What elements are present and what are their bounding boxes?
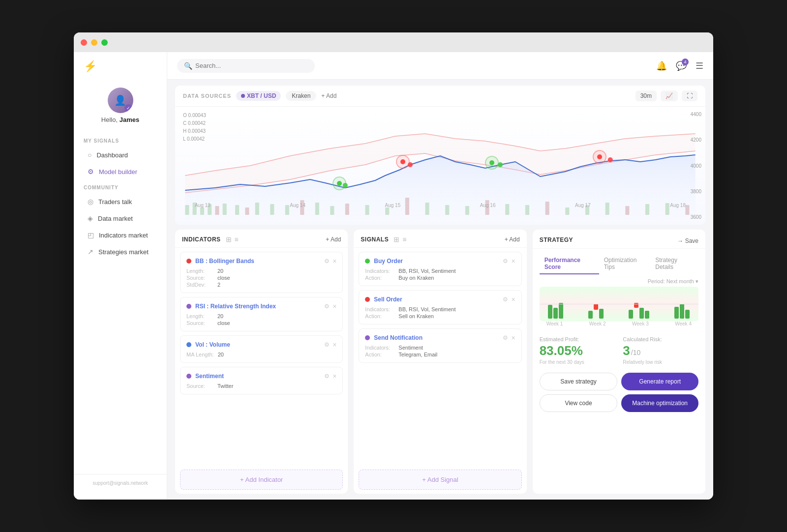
notif-settings-icon[interactable]: ⚙: [503, 334, 508, 341]
sentiment-dot: [186, 374, 191, 379]
save-strategy-button[interactable]: Save strategy: [540, 373, 618, 390]
chart-date-labels: Aug 13 Aug 14 Aug 15 Aug 16 Aug 17 Aug 1…: [195, 203, 686, 208]
indicators-panel-body: BB : Bollinger Bands ⚙ × Length: 20: [175, 248, 348, 466]
tab-optimization[interactable]: Optimization Tips: [599, 254, 651, 274]
chart-price-levels: 4400 4200 4000 3800 3600: [691, 107, 701, 225]
sell-settings-icon[interactable]: ⚙: [503, 296, 508, 303]
sidebar-item-strategies-market[interactable]: ↗ Strategies market: [78, 244, 163, 260]
signals-list-view[interactable]: ≡: [402, 236, 406, 243]
view-code-button[interactable]: View code: [540, 394, 618, 412]
strategies-market-icon: ↗: [88, 248, 93, 256]
bb-close-icon[interactable]: ×: [333, 257, 336, 265]
chart-fullscreen-button[interactable]: ⛶: [682, 90, 697, 101]
period-selector[interactable]: Period: Next month ▾: [540, 278, 698, 285]
performance-chart-area: Period: Next month ▾: [533, 274, 705, 332]
search-icon: 🔍: [184, 62, 192, 70]
signals-panel: SIGNALS ⊞ ≡ + Add Buy Order: [354, 230, 526, 494]
vol-settings-icon[interactable]: ⚙: [324, 341, 330, 348]
indicator-card-bb: BB : Bollinger Bands ⚙ × Length: 20: [180, 252, 343, 293]
vol-dot: [186, 342, 191, 347]
titlebar: [74, 32, 713, 52]
sidebar-item-label: Traders talk: [98, 198, 132, 206]
sidebar: ⚡ 👤 ✓ Hello, James MY SIGNALS ○ Dashboar…: [74, 52, 167, 500]
signal-dot-red-1: [396, 155, 410, 169]
machine-optimization-button[interactable]: Machine optimization: [621, 394, 698, 412]
sidebar-item-data-market[interactable]: ◈ Data market: [78, 210, 163, 226]
buy-name: Buy Order: [374, 258, 503, 265]
rsi-settings-icon[interactable]: ⚙: [324, 303, 330, 310]
sidebar-item-label: Data market: [98, 215, 133, 222]
close-button[interactable]: [81, 39, 87, 46]
symbol-dot: [241, 94, 245, 98]
indicators-grid-view[interactable]: ⊞: [226, 236, 232, 243]
rsi-close-icon[interactable]: ×: [333, 302, 336, 310]
bb-settings-icon[interactable]: ⚙: [324, 258, 330, 265]
sidebar-item-label: Indicators market: [99, 232, 148, 239]
symbol-label: XBT / USD: [247, 92, 276, 99]
strategy-panel-title: STRATEGY: [540, 236, 573, 243]
vol-close-icon[interactable]: ×: [333, 341, 336, 349]
indicators-add-button[interactable]: + Add: [326, 236, 341, 243]
signal-dot-red-2: [593, 150, 606, 164]
tab-performance[interactable]: Performance Score: [540, 254, 599, 274]
signals-add-button[interactable]: + Add: [505, 236, 520, 243]
signals-panel-header: SIGNALS ⊞ ≡ + Add: [354, 230, 526, 248]
rsi-name: RSI : Relative Strength Index: [195, 303, 324, 310]
sidebar-item-traders-talk[interactable]: ◎ Traders talk: [78, 194, 163, 209]
strategy-panel-header: STRATEGY → Save: [533, 230, 705, 249]
sell-close-icon[interactable]: ×: [511, 296, 515, 303]
sidebar-item-dashboard[interactable]: ○ Dashboard: [78, 147, 163, 163]
maximize-button[interactable]: [101, 39, 108, 46]
chat-button[interactable]: 💬 4: [676, 60, 687, 71]
exchange-badge[interactable]: Kraken: [286, 91, 316, 101]
timeframe-selector[interactable]: 30m: [636, 90, 657, 101]
performance-metrics: Estimated Profit: 83.05% For the next 30…: [533, 332, 705, 369]
indicators-list-view[interactable]: ≡: [235, 236, 239, 243]
sidebar-logo: ⚡: [74, 60, 167, 83]
strategy-actions: Save strategy Generate report View code …: [533, 369, 705, 416]
chart-type-selector[interactable]: 📈: [661, 90, 678, 101]
notif-name: Send Notification: [374, 334, 503, 341]
perf-bar: [553, 308, 558, 319]
calculated-risk-metric: Calculated Risk: 3 /10 Relatively low ri…: [623, 336, 698, 365]
search-input[interactable]: [195, 62, 308, 69]
notification-button[interactable]: 🔔: [656, 60, 667, 71]
sidebar-item-label: Model builder: [99, 168, 137, 176]
indicator-card-rsi: RSI : Relative Strength Index ⚙ × Length…: [180, 297, 343, 331]
buy-settings-icon[interactable]: ⚙: [503, 258, 508, 265]
sidebar-item-model-builder[interactable]: ⚙ Model builder: [78, 164, 163, 179]
generate-report-button[interactable]: Generate report: [621, 373, 698, 390]
indicators-market-icon: ◰: [88, 231, 94, 239]
vol-name: Vol : Volume: [195, 341, 324, 348]
notif-close-icon[interactable]: ×: [511, 334, 515, 342]
signal-card-sell: Sell Order ⚙ × Indicators: BB, RSI, Vol,…: [359, 290, 521, 325]
signal-dot-green-1: [333, 177, 346, 190]
my-signals-label: MY SIGNALS: [74, 133, 167, 147]
menu-button[interactable]: ☰: [696, 60, 703, 71]
symbol-badge[interactable]: XBT / USD: [236, 91, 281, 101]
minimize-button[interactable]: [91, 39, 97, 46]
save-strategy-link[interactable]: → Save: [677, 236, 698, 244]
avatar-check-icon: ✓: [124, 104, 132, 112]
add-indicator-button[interactable]: + Add Indicator: [180, 470, 343, 490]
buy-close-icon[interactable]: ×: [511, 257, 515, 265]
sentiment-settings-icon[interactable]: ⚙: [324, 373, 330, 380]
add-signal-button[interactable]: + Add Signal: [359, 470, 521, 490]
sell-dot: [365, 297, 370, 302]
signals-panel-title: SIGNALS: [361, 236, 389, 243]
signals-grid-view[interactable]: ⊞: [394, 236, 399, 243]
perf-bar: [548, 305, 552, 319]
search-bar[interactable]: 🔍: [177, 59, 315, 73]
community-label: COMMUNITY: [74, 180, 167, 193]
tab-details[interactable]: Strategy Details: [650, 254, 698, 274]
add-datasource-button[interactable]: + Add: [321, 92, 336, 99]
notif-dot: [365, 335, 370, 340]
sentiment-close-icon[interactable]: ×: [333, 372, 336, 380]
notification-icon: 🔔: [656, 61, 667, 71]
sidebar-item-indicators-market[interactable]: ◰ Indicators market: [78, 227, 163, 243]
chart-canvas: O 0.00043 C 0.00042 H 0.00043 L 0.00042: [175, 107, 705, 225]
perf-bar: [594, 304, 598, 310]
performance-chart: [540, 287, 698, 321]
chat-badge: 4: [682, 59, 689, 65]
bb-name: BB : Bollinger Bands: [195, 258, 324, 265]
